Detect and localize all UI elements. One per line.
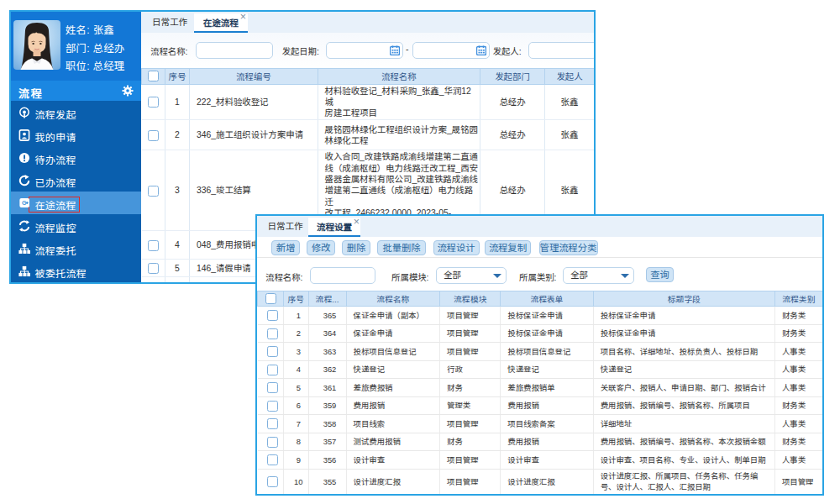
svg-text:G: G — [22, 200, 27, 207]
